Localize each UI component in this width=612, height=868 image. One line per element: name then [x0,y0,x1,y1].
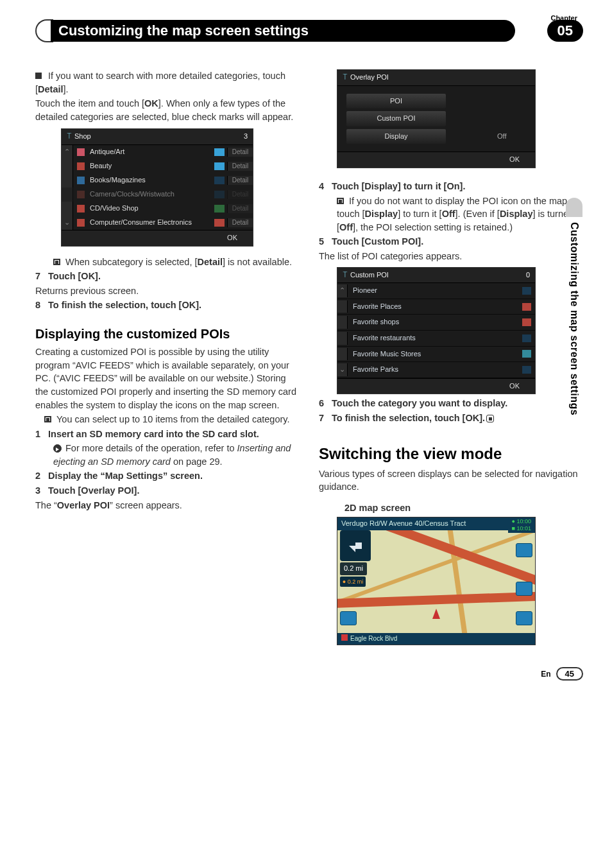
left-column: If you want to search with more detailed… [35,69,300,645]
ok-button[interactable]: OK [337,152,535,168]
text: When subcategory is selected, [ [65,257,198,267]
note-icon [44,416,51,422]
text: ] to turn it [ [398,209,442,219]
scroll-track [337,348,348,361]
custom-poi-row[interactable]: Favorite Places [337,299,535,315]
checkbox-icon[interactable] [522,334,531,342]
checkbox-icon[interactable] [214,191,225,198]
checkbox-icon[interactable] [214,162,225,170]
shop-list-row[interactable]: Books/MagazinesDetail [62,173,253,187]
text: The “ [35,500,57,510]
text: ]. (Even if [ [455,209,500,219]
checkbox-icon[interactable] [214,205,225,213]
step-number: 7 [319,413,324,423]
header-title: Customizing the map screen settings [51,20,515,42]
custom-poi-row[interactable]: ⌃Pioneer [337,283,535,299]
map-button-right-2[interactable] [516,582,532,596]
section-desc: Various types of screen displays can be … [319,467,583,494]
step-number: 7 [35,271,40,281]
map-time-badge: ● 10:00 ■ 10:01 [508,517,535,533]
checkbox-icon[interactable] [214,177,225,184]
text: ], the POI selection setting is retained… [353,222,513,232]
shop-list-row[interactable]: Camera/Clocks/WristwatchDetail [62,187,253,202]
map-button-left[interactable] [340,611,357,625]
ok-button[interactable]: OK [337,378,535,394]
custom-poi-button[interactable]: Custom POI [346,111,446,126]
category-label: Antique/Art [89,147,212,157]
custom-poi-label: Favorite restaurants [348,332,522,345]
section-heading: Displaying the customized POIs [35,325,300,343]
step-label: Touch the category you want to display. [332,398,507,408]
text-bold: OK [144,98,158,108]
category-icon [77,148,85,156]
category-icon [77,162,85,170]
map-caption: 2D map screen [344,503,411,513]
text: ” screen appears. [110,500,182,510]
custom-poi-row[interactable]: Favorite Music Stores [337,347,535,363]
step-desc: Returns previous screen. [35,284,300,298]
scroll-down-icon[interactable]: ⌄ [337,363,348,376]
back-icon[interactable]: ⟙ [343,271,348,279]
text: Touch the item and touch [ [35,98,144,108]
display-button[interactable]: Display [346,129,446,144]
screenshot-overlay-poi: ⟙Overlay POI POI Custom POI Display Off … [337,69,536,168]
shop-list-row[interactable]: CD/Video ShopDetail [62,202,253,216]
checkbox-icon[interactable] [522,303,531,311]
checkbox-icon[interactable] [214,148,225,156]
shop-list-row[interactable]: ⌄Computer/Consumer ElectronicsDetail [62,216,253,230]
text: If you want to search with more detailed… [35,71,285,94]
checkbox-icon[interactable] [522,318,531,326]
detail-button[interactable]: Detail [227,218,253,227]
custom-poi-label: Favorite Music Stores [348,348,522,361]
scroll-track [62,159,73,173]
footer-page-number: 45 [556,667,583,681]
checkbox-icon[interactable] [522,287,531,295]
poi-button[interactable]: POI [346,94,446,109]
category-label: CD/Video Shop [89,204,212,214]
scroll-track [337,300,348,313]
chapter-badge: 05 [547,20,583,42]
scroll-down-icon[interactable]: ⌄ [62,216,73,230]
detail-button[interactable]: Detail [227,162,253,171]
section-desc: Creating a customized POI is possible by… [35,345,300,412]
scroll-track [62,187,73,202]
step-label: To finish the selection, touch [OK]. [48,300,201,310]
ok-button[interactable]: OK [62,230,253,246]
checkbox-icon[interactable] [522,366,531,374]
map-button-right-1[interactable] [516,543,532,557]
step-label: To finish the selection, touch [OK]. [332,413,485,423]
shop-list-row[interactable]: BeautyDetail [62,159,253,173]
shop-count: 3 [244,132,248,142]
page-footer: En 45 [35,667,583,681]
detail-button: Detail [227,190,253,199]
category-icon [77,205,85,213]
map-sub-distance: ● 0.2 mi [340,577,366,587]
text: ] is not available. [223,257,292,267]
step-label: Display the “Map Settings” screen. [48,471,203,481]
back-icon[interactable]: ⟙ [343,73,348,81]
scroll-up-icon[interactable]: ⌃ [62,145,73,159]
footer-lang: En [541,670,550,679]
custom-poi-row[interactable]: Favorite shops [337,315,535,331]
back-icon[interactable]: ⟙ [67,132,72,140]
custom-poi-label: Favorite shops [348,316,522,329]
shop-list-row[interactable]: ⌃Antique/ArtDetail [62,145,253,159]
scroll-up-icon[interactable]: ⌃ [337,284,348,297]
map-button-right-3[interactable] [516,611,532,625]
text: on page 29. [171,456,223,467]
checkbox-icon[interactable] [214,219,225,227]
map-footer-street: Eagle Rock Blvd [337,633,535,645]
detail-button[interactable]: Detail [227,176,253,185]
step-number: 8 [35,300,40,310]
detail-button[interactable]: Detail [227,148,253,157]
chapter-label: Chapter [550,14,577,22]
map-distance: 0.2 mi [340,562,367,575]
checkbox-icon[interactable] [522,350,531,358]
custom-poi-row[interactable]: Favorite restaurants [337,331,535,347]
reference-arrow-icon [53,444,62,453]
right-column: ⟙Overlay POI POI Custom POI Display Off … [319,69,583,645]
step-label: Touch [OK]. [48,271,101,281]
step-number: 4 [319,181,324,191]
bullet-square-icon [35,73,42,79]
custom-poi-row[interactable]: ⌄Favorite Parks [337,362,535,378]
